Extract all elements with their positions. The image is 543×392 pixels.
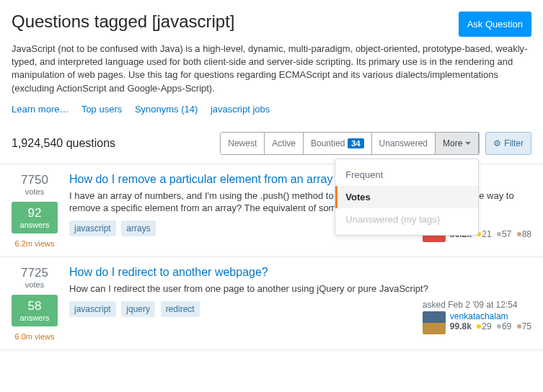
bronze-badge-icon [517, 232, 521, 236]
vote-label: votes [12, 187, 58, 196]
tab-more[interactable]: More [436, 133, 479, 154]
silver-badge-icon [497, 232, 501, 236]
gold-badge-icon [477, 324, 481, 329]
tag[interactable]: javascript [69, 220, 116, 236]
stats-column: 7750 votes 92 answers 6.2m views [12, 173, 58, 248]
jobs-link[interactable]: javascript jobs [211, 104, 270, 115]
stats-column: 7725 votes 58 answers 6.0m views [12, 266, 58, 341]
answer-box: 92 answers [12, 202, 58, 233]
bountied-badge: 34 [348, 138, 363, 148]
tab-newest[interactable]: Newest [221, 133, 265, 154]
user-name-link[interactable]: venkatachalam [450, 311, 531, 321]
gear-icon [493, 138, 501, 148]
tab-more-label: More [443, 138, 462, 148]
tag[interactable]: jquery [121, 301, 155, 317]
silver-badge-icon [497, 324, 501, 329]
synonyms-link[interactable]: Synonyms (14) [135, 104, 198, 115]
ask-question-button[interactable]: Ask Question [459, 12, 531, 37]
dropdown-item-votes[interactable]: Votes [335, 186, 478, 208]
user-stats: 99.8k 29 69 75 [450, 321, 531, 331]
tag[interactable]: arrays [121, 220, 155, 236]
question-body: How do I redirect to another webpage? Ho… [69, 266, 531, 341]
filter-label: Filter [504, 138, 524, 148]
filter-button[interactable]: Filter [485, 132, 531, 155]
more-dropdown: Frequent Votes Unanswered (my tags) [335, 159, 479, 236]
dropdown-item-frequent[interactable]: Frequent [335, 164, 478, 186]
bronze-count: 88 [522, 229, 531, 239]
views-count: 6.2m views [12, 239, 58, 248]
tag-sublinks: Learn more… Top users Synonyms (14) java… [0, 98, 543, 126]
question-excerpt: How can I redirect the user from one pag… [69, 283, 531, 295]
bronze-badge-icon [517, 324, 521, 329]
question-row: 7725 votes 58 answers 6.0m views How do … [0, 257, 543, 350]
bronze-count: 75 [522, 321, 531, 331]
vote-count: 7750 [12, 173, 58, 187]
dropdown-item-unanswered-mytags[interactable]: Unanswered (my tags) [335, 208, 478, 231]
tab-active[interactable]: Active [265, 133, 304, 154]
gold-count: 29 [482, 321, 491, 331]
silver-count: 57 [502, 229, 511, 239]
tag[interactable]: redirect [161, 301, 200, 317]
answer-box: 58 answers [12, 295, 58, 326]
tab-unanswered[interactable]: Unanswered [372, 133, 436, 154]
page-title: Questions tagged [javascript] [12, 12, 235, 32]
answer-label: answers [12, 220, 58, 229]
tab-bountied-label: Bountied [311, 138, 345, 148]
question-title-link[interactable]: How do I redirect to another webpage? [69, 266, 268, 278]
tab-bountied[interactable]: Bountied 34 [304, 133, 372, 154]
reputation: 99.8k [450, 321, 472, 331]
chevron-down-icon [465, 142, 471, 145]
vote-count: 7725 [12, 266, 58, 280]
views-count: 6.0m views [12, 332, 58, 341]
asked-time: asked Feb 2 '09 at 12:54 [423, 300, 531, 310]
answer-count: 92 [12, 206, 58, 220]
answer-count: 58 [12, 299, 58, 313]
top-users-link[interactable]: Top users [81, 104, 122, 115]
gold-count: 21 [482, 229, 491, 239]
silver-count: 69 [502, 321, 511, 331]
tag[interactable]: javascript [69, 301, 116, 317]
vote-label: votes [12, 280, 58, 289]
tag-description: JavaScript (not to be confused with Java… [0, 37, 543, 98]
learn-more-link[interactable]: Learn more… [12, 104, 69, 115]
question-count: 1,924,540 questions [12, 137, 115, 150]
sort-tabs: Newest Active Bountied 34 Unanswered Mor… [220, 132, 480, 155]
answer-label: answers [12, 313, 58, 322]
avatar[interactable] [423, 311, 446, 334]
